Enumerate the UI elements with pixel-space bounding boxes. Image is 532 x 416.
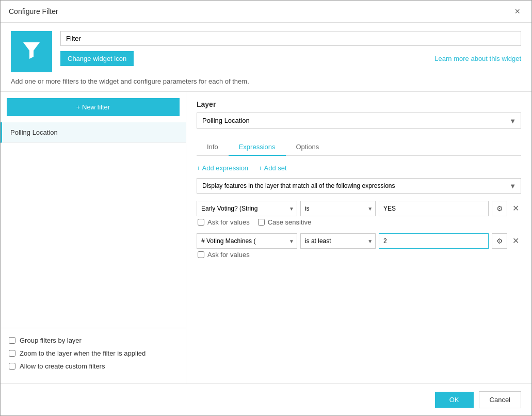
custom-filters-checkbox-row[interactable]: Allow to create custom filters [9, 362, 178, 370]
filter-name-input[interactable] [60, 31, 521, 46]
expr-actions: + Add expression + Add set [197, 164, 521, 172]
expressions-panel: + Add expression + Add set Display featu… [197, 164, 521, 266]
tabs: Info Expressions Options [197, 139, 521, 156]
ask-values-checkbox-row-1[interactable]: Ask for values [198, 218, 250, 226]
expr-field-wrap-1: Early Voting? (String ▼ [197, 201, 297, 216]
zoom-layer-label: Zoom to the layer when the filter is app… [20, 349, 146, 357]
configure-filter-dialog: Configure Filter × Change widget icon [0, 0, 532, 416]
expr-remove-button-1[interactable]: ✕ [510, 202, 521, 215]
expr-field-select-1[interactable]: Early Voting? (String [197, 201, 297, 216]
layer-label: Layer [197, 100, 521, 108]
header-actions: Change widget icon Learn more about this… [60, 51, 521, 66]
add-set-button[interactable]: + Add set [259, 164, 287, 172]
cancel-button[interactable]: Cancel [479, 391, 521, 408]
tab-expressions[interactable]: Expressions [229, 139, 286, 156]
expr-remove-button-2[interactable]: ✕ [510, 235, 521, 247]
expr-op-select-1[interactable]: is [300, 201, 376, 216]
case-sensitive-checkbox-1[interactable] [258, 219, 265, 226]
case-sensitive-label-1: Case sensitive [268, 218, 312, 226]
group-filters-label: Group filters by layer [20, 337, 82, 344]
dialog-title: Configure Filter [9, 7, 58, 15]
dialog-body: Change widget icon Learn more about this… [1, 23, 531, 415]
expr-value-input-2[interactable] [379, 233, 489, 249]
widget-icon-box [11, 31, 52, 72]
left-bottom-checkboxes: Group filters by layer Zoom to the layer… [1, 328, 186, 383]
svg-marker-0 [23, 42, 40, 59]
layer-select-wrap: Polling Location ▼ [197, 113, 521, 129]
expr-value-input-1[interactable] [379, 201, 489, 216]
filter-item[interactable]: Polling Location [1, 122, 186, 143]
tab-options[interactable]: Options [286, 139, 330, 156]
ask-values-checkbox-row-2[interactable]: Ask for values [198, 251, 250, 259]
expression-row-1: Early Voting? (String ▼ is ▼ ⚙ ✕ [197, 201, 521, 216]
filter-list: Polling Location [1, 122, 186, 328]
add-filter-button[interactable]: + New filter [7, 98, 180, 116]
expr-gear-button-2[interactable]: ⚙ [492, 233, 507, 249]
dialog-titlebar: Configure Filter × [1, 1, 531, 23]
header-right: Change widget icon Learn more about this… [60, 31, 521, 66]
group-filters-checkbox-row[interactable]: Group filters by layer [9, 337, 178, 344]
group-filters-checkbox[interactable] [9, 337, 15, 344]
close-button[interactable]: × [511, 6, 523, 17]
match-select-wrap: Display features in the layer that match… [197, 178, 521, 194]
expression-row-2: # Voting Machines ( ▼ is at least ▼ ⚙ [197, 233, 521, 249]
header-section: Change widget icon Learn more about this… [1, 23, 531, 92]
ok-button[interactable]: OK [435, 392, 474, 408]
change-widget-icon-button[interactable]: Change widget icon [60, 51, 134, 66]
expr-sub-row-2: Ask for values [198, 251, 521, 259]
layer-select[interactable]: Polling Location [197, 113, 521, 129]
left-panel: + New filter Polling Location Group filt… [1, 92, 186, 383]
case-sensitive-checkbox-row-1[interactable]: Case sensitive [258, 218, 312, 226]
zoom-layer-checkbox[interactable] [9, 350, 15, 357]
ask-values-checkbox-1[interactable] [198, 219, 204, 226]
ask-values-label-1: Ask for values [207, 218, 250, 226]
ask-values-label-2: Ask for values [207, 251, 250, 259]
expr-sub-row-1: Ask for values Case sensitive [198, 218, 521, 226]
expr-op-wrap-1: is ▼ [300, 201, 376, 216]
tab-info[interactable]: Info [197, 139, 229, 156]
expr-field-select-2[interactable]: # Voting Machines ( [197, 233, 297, 249]
expr-field-wrap-2: # Voting Machines ( ▼ [197, 233, 297, 249]
description-text: Add one or more filters to the widget an… [11, 77, 521, 85]
expr-op-select-2[interactable]: is at least [300, 233, 376, 249]
filter-item-label: Polling Location [10, 129, 58, 136]
dialog-footer: OK Cancel [1, 383, 531, 415]
match-select[interactable]: Display features in the layer that match… [197, 178, 521, 194]
add-expression-button[interactable]: + Add expression [197, 164, 248, 172]
custom-filters-checkbox[interactable] [9, 363, 15, 370]
filter-icon [21, 39, 42, 65]
content-section: + New filter Polling Location Group filt… [1, 92, 531, 383]
header-top: Change widget icon Learn more about this… [11, 31, 521, 72]
zoom-layer-checkbox-row[interactable]: Zoom to the layer when the filter is app… [9, 349, 178, 357]
learn-more-link[interactable]: Learn more about this widget [434, 55, 521, 62]
expr-gear-button-1[interactable]: ⚙ [492, 201, 507, 216]
right-panel: Layer Polling Location ▼ Info Expression… [186, 92, 531, 383]
ask-values-checkbox-2[interactable] [198, 251, 204, 258]
custom-filters-label: Allow to create custom filters [20, 362, 105, 370]
expr-op-wrap-2: is at least ▼ [300, 233, 376, 249]
